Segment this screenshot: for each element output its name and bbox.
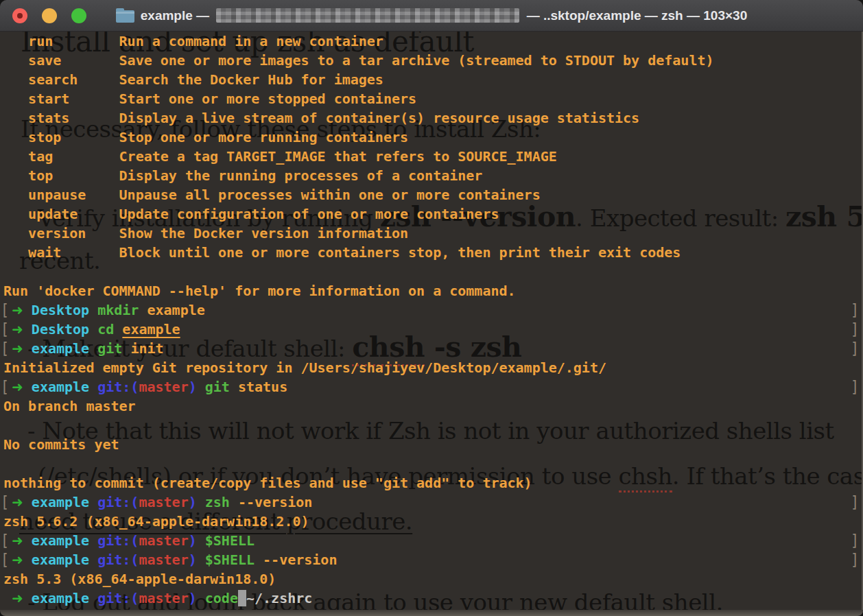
help-row: start Start one or more stopped containe… — [0, 89, 863, 108]
prompt-arrow-icon: ➜ — [12, 532, 23, 549]
command-mark-left: [ — [1, 491, 9, 512]
close-button[interactable] — [12, 8, 27, 23]
terminal-text — [89, 494, 97, 510]
help-row: version Show the Docker version informat… — [0, 224, 863, 243]
terminal-text: update Update configuration of one or mo… — [3, 206, 499, 222]
terminal-text: run Run a command in a new container — [3, 33, 383, 49]
terminal-text: example — [147, 302, 204, 318]
terminal-text — [230, 379, 238, 395]
terminal-text: start Start one or more stopped containe… — [3, 91, 416, 107]
git-branch-name: master — [139, 379, 188, 395]
terminal-text: stop Stop one or more running containers — [3, 129, 408, 145]
terminal-text — [197, 532, 205, 549]
terminal-text: Run 'docker COMMAND --help' for more inf… — [3, 283, 516, 299]
help-row: stop Stop one or more running containers — [0, 128, 863, 147]
git-branch-name: master — [139, 552, 188, 568]
directory-name: Desktop — [32, 321, 89, 337]
help-row: stats Display a live stream of container… — [0, 108, 863, 128]
command-name: git — [205, 379, 230, 395]
command-mark-right: ] — [851, 299, 859, 320]
terminal-text — [23, 552, 32, 568]
prompt-row: ➜ example git:(master) code ~/.zshrc — [0, 589, 863, 608]
window-controls — [12, 0, 86, 31]
terminal-text: unpause Unpause all processes within one… — [3, 187, 541, 203]
terminal-text — [197, 379, 205, 395]
git-prompt-decorator: git:( — [97, 552, 139, 568]
terminal-text — [89, 552, 97, 568]
output-row: On branch master — [0, 396, 863, 416]
help-row: search Search the Docker Hub for images — [0, 70, 863, 89]
terminal-text: zsh 5.6.2 (x86_64-apple-darwin18.2.0) — [3, 513, 309, 530]
prompt-row: ➜ example git init[] — [0, 339, 863, 358]
terminal-text: stats Display a live stream of container… — [3, 110, 639, 126]
output-row — [0, 454, 863, 473]
terminal-text: --version — [238, 494, 312, 510]
prompt-row: ➜ Desktop cd example[] — [0, 320, 863, 339]
help-row: tag Create a tag TARGET_IMAGE that refer… — [0, 147, 863, 166]
terminal-text: top Display the running processes of a c… — [3, 167, 482, 184]
git-branch-name: master — [139, 494, 188, 510]
help-row: wait Block until one or more containers … — [0, 243, 863, 262]
terminal-text: save Save one or more images to a tar ar… — [3, 52, 714, 69]
directory-link: example — [122, 321, 180, 337]
terminal-text: version Show the Docker version informat… — [3, 225, 408, 241]
command-mark-left: [ — [1, 530, 9, 551]
terminal-text — [23, 379, 32, 395]
command-mark-left: [ — [1, 318, 9, 340]
prompt-arrow-icon: ➜ — [12, 321, 23, 337]
typed-path: ~/.zshrc — [246, 590, 312, 606]
terminal-text — [89, 321, 97, 337]
command-mark-right: ] — [851, 337, 859, 359]
output-row — [0, 416, 863, 435]
command-mark-right: ] — [851, 376, 859, 397]
zoom-button[interactable] — [71, 8, 86, 23]
command-mark-right: ] — [851, 491, 859, 512]
terminal-text — [23, 340, 32, 357]
command-name: mkdir — [97, 302, 139, 318]
terminal-text — [122, 340, 130, 357]
terminal-text: tag Create a tag TARGET_IMAGE that refer… — [3, 148, 557, 165]
terminal-text: nothing to commit (create/copy files and… — [3, 475, 532, 491]
terminal-text — [255, 552, 263, 568]
folder-proxy-icon[interactable] — [116, 10, 134, 23]
terminal-text — [89, 302, 97, 318]
output-row — [0, 262, 863, 281]
directory-name: Desktop — [32, 302, 89, 318]
terminal-text: zsh 5.3 (x86_64-apple-darwin18.0) — [3, 571, 276, 587]
command-mark-right: ] — [851, 530, 859, 551]
title-text-right: — ..sktop/example — zsh — 103×30 — [523, 8, 747, 23]
prompt-arrow-icon: ➜ — [12, 340, 23, 357]
prompt-row: ➜ example git:(master) $SHELL[] — [0, 531, 863, 550]
help-row: run Run a command in a new container — [0, 32, 863, 51]
output-row: nothing to commit (create/copy files and… — [0, 473, 863, 493]
title-bar[interactable]: example — — ..sktop/example — zsh — 103×… — [0, 0, 863, 32]
output-row: Run 'docker COMMAND --help' for more inf… — [0, 281, 863, 300]
terminal-screen[interactable]: run Run a command in a new container sav… — [0, 32, 863, 608]
command-name: code — [205, 590, 238, 606]
directory-name: example — [32, 340, 89, 357]
command-mark-left: [ — [1, 299, 9, 320]
terminal-text — [89, 590, 97, 606]
prompt-arrow-icon: ➜ — [12, 552, 23, 568]
output-row: zsh 5.6.2 (x86_64-apple-darwin18.2.0) — [0, 512, 863, 531]
terminal-text: On branch master — [3, 398, 136, 414]
command-mark-left: [ — [1, 337, 9, 359]
terminal-text: search Search the Docker Hub for images — [3, 71, 383, 88]
terminal-text — [89, 379, 97, 395]
modified-dot-icon — [17, 13, 23, 19]
terminal-text — [139, 302, 147, 318]
terminal-text: Initialized empty Git repository in /Use… — [3, 359, 606, 376]
command-mark-left: [ — [1, 549, 9, 570]
minimize-button[interactable] — [42, 8, 57, 23]
help-row: top Display the running processes of a c… — [0, 166, 863, 185]
terminal-text: status — [238, 379, 287, 395]
terminal-text: wait Block until one or more containers … — [3, 244, 681, 261]
prompt-row: ➜ example git:(master) $SHELL --version[… — [0, 550, 863, 569]
prompt-row: ➜ example git:(master) git status[] — [0, 377, 863, 396]
output-row: No commits yet — [0, 435, 863, 454]
prompt-arrow-icon: ➜ — [12, 494, 23, 510]
output-row: Initialized empty Git repository in /Use… — [0, 358, 863, 377]
directory-name: example — [32, 532, 89, 549]
redacted-title-segment — [216, 8, 519, 23]
window-title: example — — ..sktop/example — zsh — 103×… — [116, 8, 747, 23]
